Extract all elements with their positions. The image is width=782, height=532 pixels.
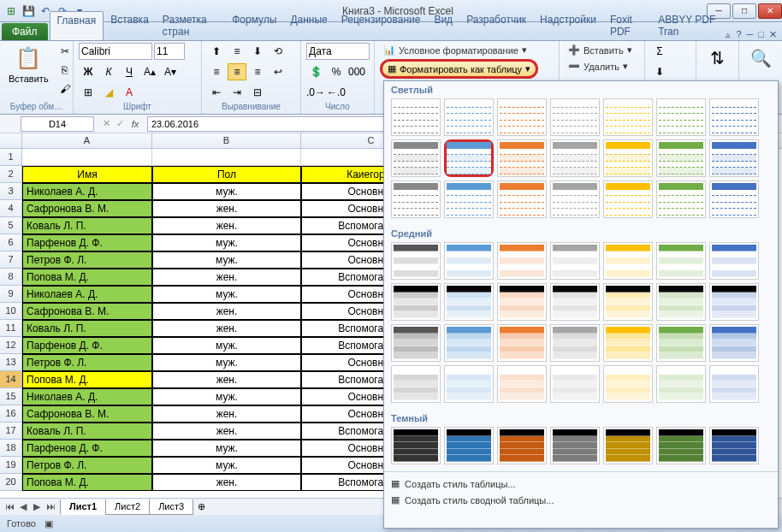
table-style-thumb[interactable] [497,242,547,280]
table-style-thumb[interactable] [656,324,706,362]
table-cell[interactable]: жен. [152,303,301,320]
accept-formula-icon[interactable]: ✓ [113,118,127,129]
row-header[interactable]: 7 [0,251,22,269]
paste-button[interactable]: 📋 Вставить [5,43,52,86]
table-cell[interactable]: Николаев А. Д. [22,286,152,303]
row-header[interactable]: 14 [0,371,22,388]
prev-sheet-icon[interactable]: ◀ [17,501,29,512]
align-center-icon[interactable]: ≡ [228,63,246,80]
table-style-thumb[interactable] [391,427,441,464]
table-style-thumb[interactable] [391,180,441,218]
table-cell[interactable]: муж. [152,440,301,457]
table-style-thumb[interactable] [444,98,494,136]
align-right-icon[interactable]: ≡ [248,63,267,80]
table-style-thumb[interactable] [391,283,441,321]
table-cell[interactable]: жен. [152,474,301,491]
fx-icon[interactable]: fx [127,119,144,129]
table-style-thumb[interactable] [444,242,494,280]
cut-icon[interactable]: ✂ [56,43,74,60]
ribbon-restore-icon[interactable]: □ [758,29,764,40]
close-button[interactable]: ✕ [758,3,782,19]
increase-decimal-icon[interactable]: .0→ [306,84,325,101]
table-style-thumb[interactable] [603,427,653,464]
decrease-decimal-icon[interactable]: ←.0 [327,84,346,101]
table-style-thumb[interactable] [656,139,706,177]
row-header[interactable]: 20 [0,474,22,491]
table-cell[interactable]: Николаев А. Д. [22,183,152,200]
ribbon-tab[interactable]: Главная [50,11,104,40]
first-sheet-icon[interactable]: ⏮ [3,501,15,512]
table-cell[interactable]: жен. [152,269,301,286]
table-cell[interactable]: Сафронова В. М. [22,200,152,217]
table-style-thumb[interactable] [391,242,441,280]
table-style-thumb[interactable] [444,427,494,464]
table-style-thumb[interactable] [497,427,547,464]
table-cell[interactable]: Коваль Л. П. [22,423,152,440]
autosum-icon[interactable]: Σ [650,43,669,60]
row-header[interactable]: 1 [0,149,22,166]
table-style-thumb[interactable] [444,283,494,321]
ribbon-tab[interactable]: Надстройки [533,11,603,40]
new-pivot-style-button[interactable]: ▦ Создать стиль сводной таблицы... [391,492,771,508]
row-header[interactable]: 11 [0,320,22,337]
currency-icon[interactable]: 💲 [306,63,325,80]
row-header[interactable]: 4 [0,200,22,217]
table-cell[interactable]: жен. [152,371,301,388]
ribbon-tab[interactable]: ABBYY PDF Tran [651,11,726,40]
sheet-tab[interactable]: Лист3 [149,499,193,515]
save-icon[interactable]: 💾 [21,3,36,19]
new-table-style-button[interactable]: ▦ Создать стиль таблицы... [391,476,771,492]
table-style-thumb[interactable] [656,283,706,321]
table-style-thumb[interactable] [603,242,653,280]
col-header-b[interactable]: B [152,133,301,148]
table-style-thumb[interactable] [709,98,759,136]
col-header-a[interactable]: A [22,133,152,148]
fill-color-icon[interactable]: ◢ [99,84,118,101]
align-left-icon[interactable]: ≡ [207,63,226,80]
table-style-thumb[interactable] [603,365,653,403]
table-cell[interactable]: муж. [152,286,301,303]
ribbon-tab[interactable]: Разработчик [459,11,533,40]
table-style-thumb[interactable] [603,180,653,218]
table-style-thumb[interactable] [497,139,547,177]
table-style-thumb[interactable] [497,324,547,362]
table-cell[interactable]: Попова М. Д. [22,474,152,491]
table-style-thumb[interactable] [391,98,441,136]
ribbon-tab[interactable]: Вставка [104,11,156,40]
table-style-thumb[interactable] [709,242,759,280]
table-style-thumb[interactable] [550,98,600,136]
table-style-thumb[interactable] [709,427,759,464]
table-style-thumb[interactable] [550,365,600,403]
table-style-thumb[interactable] [656,180,706,218]
table-cell[interactable]: муж. [152,457,301,474]
fill-icon[interactable]: ⬇ [650,63,669,80]
comma-icon[interactable]: 000 [347,63,366,80]
macro-record-icon[interactable]: ▣ [44,518,53,529]
row-header[interactable]: 15 [0,388,22,405]
row-header[interactable]: 12 [0,337,22,354]
table-style-thumb[interactable] [444,365,494,403]
row-header[interactable]: 19 [0,457,22,474]
grow-font-icon[interactable]: A▴ [140,63,159,80]
table-cell[interactable]: Коваль Л. П. [22,320,152,337]
table-cell[interactable]: муж. [152,234,301,251]
table-style-thumb[interactable] [550,139,600,177]
percent-icon[interactable]: % [327,63,346,80]
row-header[interactable]: 18 [0,440,22,457]
table-cell[interactable]: Коваль Л. П. [22,217,152,234]
table-style-thumb[interactable] [391,324,441,362]
font-color-icon[interactable]: A [120,84,139,101]
table-cell[interactable]: жен. [152,217,301,234]
align-middle-icon[interactable]: ≡ [228,43,246,60]
table-cell[interactable]: жен. [152,200,301,217]
ribbon-close-icon[interactable]: ✕ [769,29,777,40]
ribbon-min-icon[interactable]: ─ [747,29,754,40]
table-cell[interactable]: Петров Ф. Л. [22,354,152,371]
wrap-text-icon[interactable]: ↩ [269,63,287,80]
table-cell[interactable]: муж. [152,337,301,354]
decrease-indent-icon[interactable]: ⇤ [207,84,226,101]
table-style-thumb[interactable] [550,180,600,218]
table-cell[interactable]: Попова М. Д. [22,371,152,388]
shrink-font-icon[interactable]: A▾ [161,63,180,80]
sheet-tab[interactable]: Лист1 [60,499,106,515]
